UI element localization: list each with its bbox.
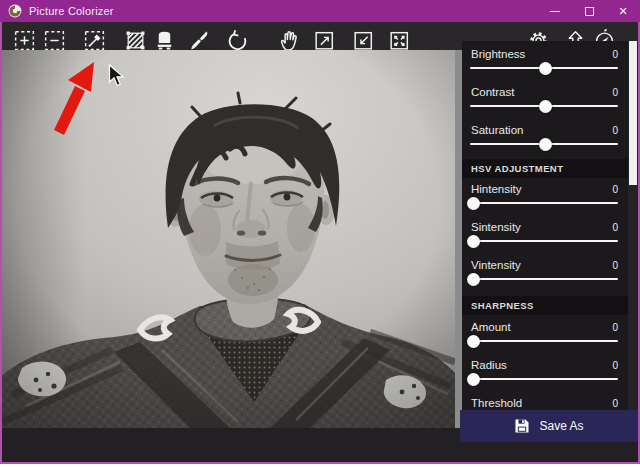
contrast-slider-thumb[interactable] bbox=[539, 100, 552, 113]
screenshot-root: Picture Colorizer ✕ Add bbox=[0, 0, 640, 467]
saturation-label: Saturation bbox=[471, 124, 523, 136]
save-as-label: Save As bbox=[539, 419, 583, 433]
brightness-slider[interactable] bbox=[470, 67, 618, 69]
section-header-hsv: HSV ADJUSTMENT bbox=[462, 159, 628, 178]
vintensity-value: 0 bbox=[612, 260, 618, 271]
sintensity-label: Sintensity bbox=[471, 221, 521, 233]
amount-slider[interactable] bbox=[470, 340, 618, 342]
maximize-icon bbox=[585, 7, 594, 16]
saturation-value: 0 bbox=[612, 125, 618, 136]
close-icon: ✕ bbox=[618, 6, 627, 17]
minimize-button[interactable] bbox=[538, 0, 572, 22]
sintensity-slider[interactable] bbox=[470, 240, 618, 242]
threshold-label: Threshold bbox=[471, 397, 522, 409]
radius-slider-thumb[interactable] bbox=[467, 373, 480, 386]
brightness-value: 0 bbox=[612, 49, 618, 60]
radius-value: 0 bbox=[612, 360, 618, 371]
hintensity-slider-thumb[interactable] bbox=[467, 197, 480, 210]
hintensity-label: Hintensity bbox=[471, 183, 522, 195]
sidebar-scrollbar-thumb[interactable] bbox=[629, 41, 637, 185]
vintensity-slider[interactable] bbox=[470, 278, 618, 280]
app-logo-icon bbox=[8, 4, 22, 18]
section-header-sharpness: SHARPNESS bbox=[462, 296, 628, 315]
contrast-label: Contrast bbox=[471, 86, 514, 98]
vintensity-label: Vintensity bbox=[471, 259, 521, 271]
hintensity-slider[interactable] bbox=[470, 202, 618, 204]
close-button[interactable]: ✕ bbox=[606, 0, 640, 22]
brightness-label: Brightness bbox=[471, 48, 525, 60]
titlebar: Picture Colorizer ✕ bbox=[0, 0, 640, 22]
radius-label: Radius bbox=[471, 359, 507, 371]
app-window: Picture Colorizer ✕ Add bbox=[0, 0, 640, 464]
window-title: Picture Colorizer bbox=[29, 5, 114, 17]
canvas-gap bbox=[455, 50, 462, 428]
hintensity-value: 0 bbox=[612, 184, 618, 195]
contrast-value: 0 bbox=[612, 87, 618, 98]
sidebar-scrollbar[interactable] bbox=[628, 41, 638, 442]
sintensity-slider-thumb[interactable] bbox=[467, 235, 480, 248]
radius-slider[interactable] bbox=[470, 378, 618, 380]
contrast-slider[interactable] bbox=[470, 105, 618, 107]
amount-label: Amount bbox=[471, 321, 511, 333]
window-controls: ✕ bbox=[538, 0, 640, 22]
sintensity-value: 0 bbox=[612, 222, 618, 233]
amount-slider-thumb[interactable] bbox=[467, 335, 480, 348]
threshold-value: 0 bbox=[612, 398, 618, 409]
adjustments-panel: Brightness 0 Contrast 0 Saturation 0 HSV… bbox=[462, 41, 628, 442]
brightness-slider-thumb[interactable] bbox=[539, 62, 552, 75]
saturation-slider[interactable] bbox=[470, 143, 618, 145]
photo-canvas[interactable] bbox=[2, 50, 455, 428]
minimize-icon bbox=[550, 11, 560, 12]
vintensity-slider-thumb[interactable] bbox=[467, 273, 480, 286]
save-as-button[interactable]: Save As bbox=[460, 410, 638, 442]
amount-value: 0 bbox=[612, 322, 618, 333]
save-icon bbox=[514, 418, 530, 434]
saturation-slider-thumb[interactable] bbox=[539, 138, 552, 151]
maximize-button[interactable] bbox=[572, 0, 606, 22]
